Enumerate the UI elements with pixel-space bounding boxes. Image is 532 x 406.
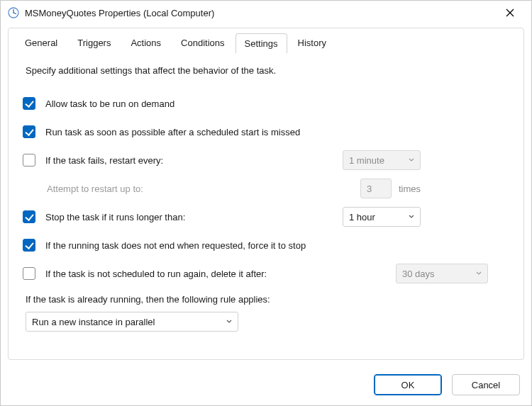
titlebar: MSMoneyQuotes Properties (Local Computer… xyxy=(1,1,531,25)
label-run-asap: Run task as soon as possible after a sch… xyxy=(45,127,300,137)
label-restart-attempts: Attempt to restart up to: xyxy=(47,184,143,194)
checkbox-stop-if-longer[interactable] xyxy=(23,210,35,223)
properties-window: MSMoneyQuotes Properties (Local Computer… xyxy=(0,0,532,406)
row-stop-if-longer: Stop the task if it runs longer than: 1 … xyxy=(23,209,509,225)
select-restart-interval-value: 1 minute xyxy=(349,155,401,166)
tabstrip: General Triggers Actions Conditions Sett… xyxy=(9,33,523,52)
label-restart-on-fail: If the task fails, restart every: xyxy=(45,155,163,166)
select-already-running-rule-value: Run a new instance in parallel xyxy=(32,317,219,327)
label-delete-after: If the task is not scheduled to run agai… xyxy=(45,269,267,279)
select-delete-duration-value: 30 days xyxy=(402,269,469,279)
tab-settings[interactable]: Settings xyxy=(235,33,287,53)
select-stop-duration-value: 1 hour xyxy=(349,212,401,222)
checkbox-force-stop[interactable] xyxy=(23,239,35,252)
chevron-down-icon xyxy=(409,214,414,220)
close-button[interactable] xyxy=(496,3,524,23)
row-restart-on-fail: If the task fails, restart every: 1 minu… xyxy=(23,152,509,168)
settings-description: Specify additional settings that affect … xyxy=(26,65,509,76)
tab-actions[interactable]: Actions xyxy=(121,33,170,52)
tabpage-settings: Specify additional settings that affect … xyxy=(9,52,523,359)
chevron-down-icon xyxy=(409,157,414,163)
button-bar: OK Cancel xyxy=(1,367,531,405)
label-allow-on-demand: Allow task to be run on demand xyxy=(45,98,174,109)
label-times: times xyxy=(399,184,421,194)
select-already-running-rule[interactable]: Run a new instance in parallel xyxy=(26,312,238,332)
chevron-down-icon xyxy=(226,319,232,325)
close-icon xyxy=(506,9,514,17)
checkbox-delete-after[interactable] xyxy=(23,267,35,280)
label-already-running: If the task is already running, then the… xyxy=(26,294,509,305)
checkbox-run-asap[interactable] xyxy=(23,125,35,138)
row-run-asap: Run task as soon as possible after a sch… xyxy=(23,124,509,140)
checkbox-restart-on-fail[interactable] xyxy=(23,154,35,167)
cancel-button[interactable]: Cancel xyxy=(452,374,520,395)
tab-conditions[interactable]: Conditions xyxy=(172,33,233,52)
window-title: MSMoneyQuotes Properties (Local Computer… xyxy=(25,8,496,18)
row-force-stop: If the running task does not end when re… xyxy=(23,237,509,253)
content-frame: General Triggers Actions Conditions Sett… xyxy=(8,28,524,360)
ok-button[interactable]: OK xyxy=(374,374,442,395)
label-stop-if-longer: Stop the task if it runs longer than: xyxy=(45,212,185,222)
tab-history[interactable]: History xyxy=(289,33,336,52)
row-delete-after: If the task is not scheduled to run agai… xyxy=(23,266,509,281)
input-restart-attempt-count: 3 xyxy=(360,179,392,198)
select-restart-interval: 1 minute xyxy=(343,150,421,170)
chevron-down-icon xyxy=(476,271,482,276)
select-stop-duration[interactable]: 1 hour xyxy=(343,207,421,227)
label-force-stop: If the running task does not end when re… xyxy=(45,240,306,251)
tab-general[interactable]: General xyxy=(16,33,67,52)
select-delete-duration: 30 days xyxy=(396,264,488,283)
tab-triggers[interactable]: Triggers xyxy=(68,33,120,52)
row-restart-attempts: Attempt to restart up to: 3 times xyxy=(47,181,509,196)
task-scheduler-icon xyxy=(8,7,19,18)
row-allow-on-demand: Allow task to be run on demand xyxy=(23,96,509,111)
checkbox-allow-on-demand[interactable] xyxy=(23,97,35,110)
restart-attempt-count-value: 3 xyxy=(367,184,372,194)
